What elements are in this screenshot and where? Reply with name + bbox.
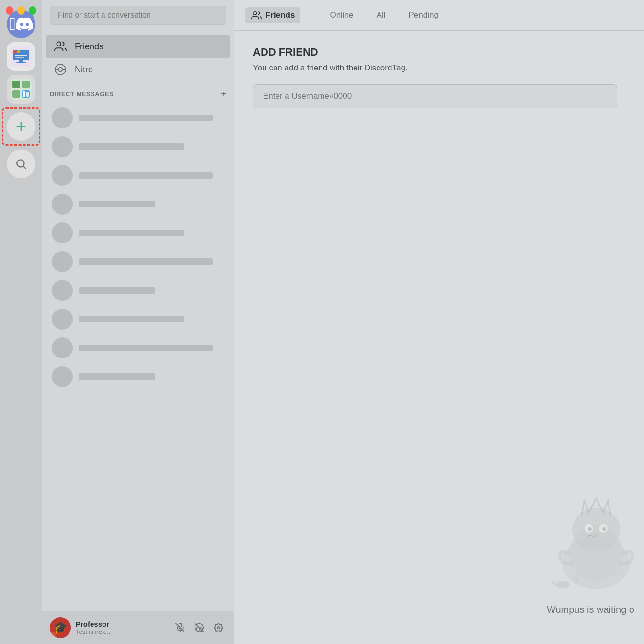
dm-item[interactable] [46,190,230,218]
dm-name [79,201,155,207]
app1-icon [11,46,32,67]
svg-point-32 [218,627,220,629]
svg-rect-4 [15,55,27,56]
main-content: Friends Online All Pending ADD FRIEND Yo… [234,0,644,644]
friends-tab-label: Friends [265,11,295,20]
dm-item[interactable] [46,104,230,132]
svg-rect-9 [12,80,20,88]
svg-rect-10 [22,80,30,88]
dm-item[interactable] [46,247,230,276]
svg-rect-6 [19,60,23,62]
svg-point-43 [552,581,554,584]
username-input[interactable] [263,92,607,101]
svg-point-21 [58,68,63,72]
dm-name [79,172,213,179]
main-header: Friends Online All Pending [234,0,644,31]
search-bar-container [42,0,234,31]
pending-tab[interactable]: Pending [402,8,444,23]
dm-item[interactable] [46,132,230,161]
wumpus-area: Wumpus is waiting o [547,491,644,615]
plus-icon [14,120,28,133]
dm-item[interactable] [46,161,230,190]
server-icon-1[interactable] [7,42,35,71]
dm-name [79,143,184,150]
dm-avatar [52,366,73,387]
user-name: Professor [76,620,168,628]
app2-icon [11,79,32,100]
header-divider [312,10,312,21]
dm-name [79,316,184,322]
search-input[interactable] [50,6,226,25]
user-bar: 🎓 ⊘ Professor Test is nex... [42,611,234,644]
dm-item[interactable] [46,218,230,247]
add-friend-description: You can add a friend with their DiscordT… [253,63,617,73]
nitro-nav-item[interactable]: Nitro [46,58,230,81]
svg-text:⊘: ⊘ [51,634,55,638]
dm-name [79,230,184,236]
server-sidebar:  [0,0,42,644]
main-body: ADD FRIEND You can add a friend with the… [234,31,644,644]
minimize-button[interactable] [17,6,25,15]
add-dm-icon: + [220,89,226,100]
friends-tab[interactable]: Friends [245,7,300,23]
maximize-button[interactable] [29,6,36,15]
dm-avatar [52,107,73,128]
dm-name [79,287,155,294]
server-icon-2[interactable] [7,75,35,104]
svg-point-3 [17,50,20,53]
add-server-button[interactable] [7,112,35,141]
friends-nav-item[interactable]: Friends [46,35,230,58]
nav-items: Friends Nitro [42,31,234,85]
friends-icon [54,40,67,53]
user-controls [172,620,226,635]
all-tab[interactable]: All [371,8,391,23]
dm-avatar [52,136,73,157]
dm-avatar [52,337,73,358]
explore-servers-button[interactable] [7,150,35,178]
svg-line-18 [23,166,26,169]
close-button[interactable] [6,6,13,15]
nitro-icon [54,63,67,76]
svg-rect-7 [16,62,26,63]
svg-point-36 [572,508,620,551]
user-info: Professor Test is nex... [76,620,168,635]
user-status: Test is nex... [76,628,168,635]
svg-point-44 [575,578,578,581]
svg-rect-5 [15,57,24,58]
svg-point-2 [14,50,17,53]
dm-name [79,373,155,380]
dm-list [42,102,234,611]
deafen-icon [195,623,204,632]
dm-section-label: DIRECT MESSAGES [50,91,114,98]
user-avatar: 🎓 ⊘ [50,617,71,638]
dm-item[interactable] [46,305,230,334]
add-server-wrapper [2,107,40,146]
add-dm-button[interactable]: + [220,89,226,100]
add-friend-title: ADD FRIEND [253,46,617,58]
svg-rect-11 [12,90,20,98]
online-tab[interactable]: Online [324,8,359,23]
settings-icon [214,623,223,632]
nitro-label: Nitro [75,65,93,75]
wumpus-illustration [548,491,644,597]
svg-point-40 [602,527,606,531]
dm-item[interactable] [46,362,230,391]
deafen-button[interactable] [192,620,207,635]
dm-item[interactable] [46,334,230,362]
dm-item[interactable] [46,276,230,305]
mute-button[interactable] [172,620,188,635]
svg-rect-13 [23,91,25,97]
dm-avatar [52,194,73,215]
friends-tab-icon [251,10,262,21]
dm-avatar [52,222,73,243]
dm-name [79,115,213,121]
svg-rect-14 [26,92,29,97]
dm-avatar [52,309,73,330]
wumpus-text: Wumpus is waiting o [547,604,644,615]
mute-icon [175,623,185,632]
dm-name [79,258,213,265]
dm-avatar [52,165,73,186]
settings-button[interactable] [211,620,226,635]
svg-point-42 [555,581,570,588]
username-input-wrapper [253,84,617,108]
